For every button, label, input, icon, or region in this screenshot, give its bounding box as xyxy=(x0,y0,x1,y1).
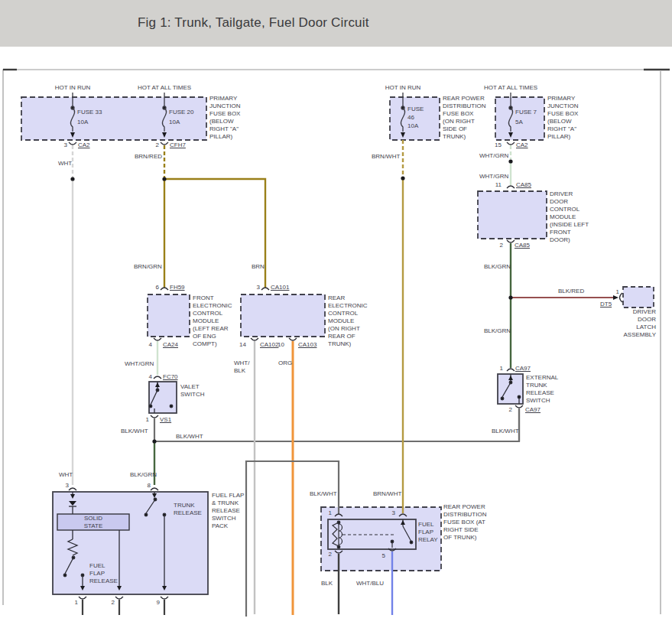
rear-power-distribution-fuse-box-top xyxy=(390,97,440,140)
connector-ca2-left: CA2 xyxy=(78,142,90,149)
connector-dt5 xyxy=(620,293,623,302)
wire-label-blk-grn-right-upper: BLK/GRN xyxy=(484,263,511,271)
pin-fh59: 6 xyxy=(148,284,159,291)
pin-pack-2: 2 xyxy=(104,599,115,607)
rear-ecm-desc: REAR ELECTRONIC CONTROL MODULE (ON RIGHT… xyxy=(328,294,366,348)
pin-ca85-out: 2 xyxy=(492,242,503,249)
connector-pack-pin8 xyxy=(151,488,158,490)
wire-label-wht-upper: WHT xyxy=(58,160,72,168)
connector-ca101 xyxy=(261,288,269,290)
wire-label-blk-wht-ext: BLK/WHT xyxy=(492,428,519,435)
fuse-20-label: FUSE 20 xyxy=(169,109,193,116)
rear-power-dist-bottom-desc: REAR POWER DISTRIBUTION FUSE BOX (AT RIG… xyxy=(443,503,486,542)
pin-ca85-in: 11 xyxy=(491,181,502,189)
fuse-7-label: FUSE 7 xyxy=(515,109,537,116)
rear-electronic-control-module-box xyxy=(241,294,325,337)
wire-label-blk-grn-right-lower: BLK/GRN xyxy=(484,327,511,335)
pin-pack-1: 1 xyxy=(67,599,78,607)
connector-dt5: DT5 xyxy=(600,301,612,308)
fuse-46-rating: 10A xyxy=(407,122,418,130)
pin-ca2-right: 15 xyxy=(491,142,502,149)
connector-ca97-in: CA97 xyxy=(515,365,531,373)
connector-ca97-in xyxy=(507,369,515,371)
feed-hot-at-all-times-right: HOT AT ALL TIMES xyxy=(476,84,545,92)
pin-fc70: 4 xyxy=(141,373,152,381)
fuel-flap-relay-label: FUEL FLAP RELAY xyxy=(418,521,441,544)
pin-vs1: 1 xyxy=(138,416,149,424)
wire-label-wht-lower: WHT xyxy=(59,471,73,479)
wire-label-blk: BLK xyxy=(321,580,333,587)
connector-pack-pin9 xyxy=(161,597,168,599)
fuse-46-label: FUSE xyxy=(407,106,424,113)
fuse-7-rating: 5A xyxy=(515,119,523,126)
feed-hot-in-run-mid: HOT IN RUN xyxy=(380,84,426,92)
wire-label-brn-red: BRN/RED xyxy=(135,153,162,161)
connector-fc70: FC70 xyxy=(163,373,178,381)
pin-pack-9: 9 xyxy=(149,599,160,607)
wire-label-blk-wht-valet: BLK/WHT xyxy=(121,428,148,435)
connector-ca85-in xyxy=(507,186,515,188)
wire-label-blk-red: BLK/RED xyxy=(558,288,584,295)
primary-junction-right-desc: PRIMARY JUNCTION FUSE BOX (BELOW RIGHT "… xyxy=(547,95,583,141)
connector-ca2-right: CA2 xyxy=(516,142,528,149)
driver-door-control-module-box xyxy=(478,191,547,239)
rear-power-dist-top-desc: REAR POWER DISTRIBUTION FUSE BOX (ON RIG… xyxy=(443,95,485,141)
pin-pack-3: 3 xyxy=(58,482,69,490)
wire-label-brn-wht-upper: BRN/WHT xyxy=(372,153,400,161)
fuel-flap-release-label: FUEL FLAP RELEASE xyxy=(89,562,120,585)
front-electronic-control-module-box xyxy=(148,294,190,337)
connector-ca85-out xyxy=(507,240,515,242)
wire-label-brn-grn: BRN/GRN xyxy=(134,263,162,271)
connector-fh59 xyxy=(161,288,168,290)
wire-label-wht-grn-right-upper: WHT/GRN xyxy=(479,152,508,160)
fuse-46-number: 46 xyxy=(407,114,414,122)
fuse-33-label: FUSE 33 xyxy=(77,109,102,116)
connector-ca97-out xyxy=(515,405,523,408)
front-ecm-desc: FRONT ELECTRONIC CONTROL MODULE (LEFT RE… xyxy=(193,294,237,348)
connector-ca24 xyxy=(154,338,161,340)
pin-pack-8: 8 xyxy=(140,482,151,490)
wire-label-org: ORG xyxy=(278,360,292,367)
connector-ca103: CA103 xyxy=(298,341,317,349)
connector-ca85-out: CA85 xyxy=(515,242,530,249)
connector-vs1 xyxy=(151,415,158,418)
solid-state-label: SOLID STATE xyxy=(80,515,107,530)
pin-ca103: 10 xyxy=(274,341,284,349)
driver-door-latch-assembly-box xyxy=(623,287,654,307)
wire-label-wht-blu: WHT/BLU xyxy=(356,580,384,587)
driver-door-control-module-desc: DRIVER DOOR CONTROL MODULE (INSIDE LEFT … xyxy=(550,190,591,244)
connector-ca97-out: CA97 xyxy=(525,406,541,414)
feed-hot-in-run-left: HOT IN RUN xyxy=(50,84,96,92)
wire-label-brn-wht-relay: BRN/WHT xyxy=(373,490,401,498)
wire-label-wht-blk: WHT/ BLK xyxy=(234,360,252,375)
connector-cfh7: CFH7 xyxy=(170,142,186,149)
connector-fh59: FH59 xyxy=(170,284,185,291)
pin-cfh7: 2 xyxy=(148,142,159,149)
pin-relay-1: 1 xyxy=(321,509,332,517)
switch-pack-desc: FUEL FLAP & TRUNK RELEASE SWITCH PACK xyxy=(212,492,247,530)
pin-ca102: 14 xyxy=(235,341,246,349)
pin-ca2-left: 3 xyxy=(57,142,67,149)
connector-fc70 xyxy=(154,376,161,379)
wire-label-brn: BRN xyxy=(252,263,265,271)
pin-dt5: 1 xyxy=(609,288,619,296)
external-trunk-release-desc: EXTERNAL TRUNK RELEASE SWITCH xyxy=(526,374,561,405)
pin-ca24: 4 xyxy=(141,341,152,349)
connector-ca85-in: CA85 xyxy=(516,181,531,189)
trunk-release-label: TRUNK RELEASE xyxy=(174,502,206,517)
feed-hot-at-all-times-left: HOT AT ALL TIMES xyxy=(130,84,199,92)
connector-ca103 xyxy=(289,338,297,340)
pin-relay-3: 3 xyxy=(385,509,395,517)
pin-relay-5: 5 xyxy=(375,552,385,560)
fuse-33-rating: 10A xyxy=(77,119,88,126)
fuse-20-rating: 10A xyxy=(169,119,180,126)
wiring-diagram-page: Fig 1: Trunk, Tailgate, Fuel Door Circui… xyxy=(0,0,672,628)
driver-door-latch-desc: DRIVER DOOR LATCH ASSEMBLY xyxy=(621,308,656,339)
wire-label-wht-grn-right-lower: WHT/GRN xyxy=(479,173,508,181)
connector-pack-pin3 xyxy=(69,488,76,490)
wire-label-blk-wht-bus: BLK/WHT xyxy=(176,433,203,441)
pin-ca101: 3 xyxy=(249,284,260,291)
connector-pack-pin1 xyxy=(79,597,86,599)
connector-ca102 xyxy=(251,338,258,340)
wire-label-blk-grn-pack: BLK/GRN xyxy=(130,471,157,479)
